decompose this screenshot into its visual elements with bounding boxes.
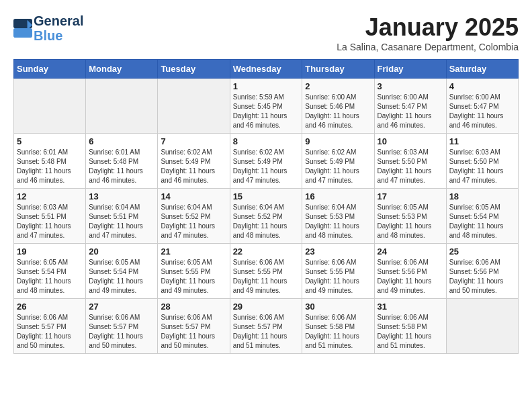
day-header-tuesday: Tuesday xyxy=(158,60,230,79)
calendar-cell xyxy=(14,79,86,134)
calendar-cell: 26Sunrise: 6:06 AMSunset: 5:57 PMDayligh… xyxy=(14,299,86,354)
day-info: Sunrise: 5:59 AMSunset: 5:45 PMDaylight:… xyxy=(233,93,300,130)
calendar-cell: 6Sunrise: 6:01 AMSunset: 5:48 PMDaylight… xyxy=(86,134,158,189)
calendar-cell: 28Sunrise: 6:06 AMSunset: 5:57 PMDayligh… xyxy=(158,299,230,354)
day-header-friday: Friday xyxy=(374,60,446,79)
day-number: 18 xyxy=(449,191,515,201)
logo-text-line1: General xyxy=(34,13,83,28)
day-number: 31 xyxy=(378,302,443,312)
calendar-cell: 29Sunrise: 6:06 AMSunset: 5:57 PMDayligh… xyxy=(230,299,302,354)
calendar-cell: 12Sunrise: 6:03 AMSunset: 5:51 PMDayligh… xyxy=(14,189,86,244)
day-number: 17 xyxy=(378,191,443,201)
day-number: 7 xyxy=(161,136,226,146)
day-number: 16 xyxy=(305,191,371,201)
day-number: 21 xyxy=(161,246,226,257)
calendar-cell: 16Sunrise: 6:04 AMSunset: 5:53 PMDayligh… xyxy=(302,189,374,244)
day-info: Sunrise: 6:04 AMSunset: 5:52 PMDaylight:… xyxy=(233,203,300,240)
calendar-cell xyxy=(158,79,230,134)
day-number: 24 xyxy=(378,246,443,257)
calendar-cell: 19Sunrise: 6:05 AMSunset: 5:54 PMDayligh… xyxy=(14,244,86,299)
day-info: Sunrise: 6:02 AMSunset: 5:49 PMDaylight:… xyxy=(305,148,371,185)
calendar-week-2: 5Sunrise: 6:01 AMSunset: 5:48 PMDaylight… xyxy=(14,134,519,189)
day-number: 20 xyxy=(89,246,154,257)
calendar-cell: 21Sunrise: 6:05 AMSunset: 5:55 PMDayligh… xyxy=(158,244,230,299)
svg-rect-1 xyxy=(13,28,32,38)
calendar-table: SundayMondayTuesdayWednesdayThursdayFrid… xyxy=(13,59,519,354)
page-header: General Blue January 2025 La Salina, Cas… xyxy=(13,13,519,52)
day-info: Sunrise: 6:06 AMSunset: 5:57 PMDaylight:… xyxy=(89,313,154,351)
day-info: Sunrise: 6:06 AMSunset: 5:55 PMDaylight:… xyxy=(233,258,300,295)
day-info: Sunrise: 6:05 AMSunset: 5:54 PMDaylight:… xyxy=(17,258,83,295)
calendar-cell: 20Sunrise: 6:05 AMSunset: 5:54 PMDayligh… xyxy=(86,244,158,299)
calendar-cell: 31Sunrise: 6:06 AMSunset: 5:58 PMDayligh… xyxy=(374,299,446,354)
day-number: 26 xyxy=(17,302,83,312)
day-number: 23 xyxy=(305,246,371,257)
day-number: 4 xyxy=(449,81,515,91)
calendar-cell: 1Sunrise: 5:59 AMSunset: 5:45 PMDaylight… xyxy=(230,79,302,134)
day-number: 12 xyxy=(17,191,83,201)
calendar-cell: 23Sunrise: 6:06 AMSunset: 5:55 PMDayligh… xyxy=(302,244,374,299)
day-info: Sunrise: 6:05 AMSunset: 5:54 PMDaylight:… xyxy=(89,258,154,295)
calendar-cell: 8Sunrise: 6:02 AMSunset: 5:49 PMDaylight… xyxy=(230,134,302,189)
calendar-cell xyxy=(446,299,518,354)
day-info: Sunrise: 6:02 AMSunset: 5:49 PMDaylight:… xyxy=(161,148,226,185)
calendar-cell: 10Sunrise: 6:03 AMSunset: 5:50 PMDayligh… xyxy=(374,134,446,189)
logo-icon xyxy=(13,19,32,38)
day-info: Sunrise: 6:04 AMSunset: 5:53 PMDaylight:… xyxy=(305,203,371,240)
calendar-cell: 30Sunrise: 6:06 AMSunset: 5:58 PMDayligh… xyxy=(302,299,374,354)
day-info: Sunrise: 6:04 AMSunset: 5:52 PMDaylight:… xyxy=(161,203,226,240)
day-info: Sunrise: 6:06 AMSunset: 5:58 PMDaylight:… xyxy=(378,313,443,351)
day-number: 28 xyxy=(161,302,226,312)
calendar-week-4: 19Sunrise: 6:05 AMSunset: 5:54 PMDayligh… xyxy=(14,244,519,299)
day-number: 19 xyxy=(17,246,83,257)
day-number: 8 xyxy=(233,136,300,146)
calendar-cell: 18Sunrise: 6:05 AMSunset: 5:54 PMDayligh… xyxy=(446,189,518,244)
day-header-wednesday: Wednesday xyxy=(230,60,302,79)
day-number: 5 xyxy=(17,136,83,146)
day-number: 27 xyxy=(89,302,154,312)
day-info: Sunrise: 6:06 AMSunset: 5:57 PMDaylight:… xyxy=(161,313,226,351)
calendar-cell: 4Sunrise: 6:00 AMSunset: 5:47 PMDaylight… xyxy=(446,79,518,134)
day-info: Sunrise: 6:00 AMSunset: 5:46 PMDaylight:… xyxy=(305,93,371,130)
day-number: 25 xyxy=(449,246,515,257)
day-number: 30 xyxy=(305,302,371,312)
calendar-cell: 14Sunrise: 6:04 AMSunset: 5:52 PMDayligh… xyxy=(158,189,230,244)
calendar-cell: 13Sunrise: 6:04 AMSunset: 5:51 PMDayligh… xyxy=(86,189,158,244)
day-header-thursday: Thursday xyxy=(302,60,374,79)
calendar-cell: 27Sunrise: 6:06 AMSunset: 5:57 PMDayligh… xyxy=(86,299,158,354)
calendar-header-row: SundayMondayTuesdayWednesdayThursdayFrid… xyxy=(14,60,519,79)
calendar-cell: 11Sunrise: 6:03 AMSunset: 5:50 PMDayligh… xyxy=(446,134,518,189)
calendar-cell: 2Sunrise: 6:00 AMSunset: 5:46 PMDaylight… xyxy=(302,79,374,134)
location-subtitle: La Salina, Casanare Department, Colombia xyxy=(337,42,519,52)
day-info: Sunrise: 6:01 AMSunset: 5:48 PMDaylight:… xyxy=(89,148,154,185)
day-number: 6 xyxy=(89,136,154,146)
day-info: Sunrise: 6:06 AMSunset: 5:56 PMDaylight:… xyxy=(378,258,443,295)
day-number: 15 xyxy=(233,191,300,201)
day-info: Sunrise: 6:01 AMSunset: 5:48 PMDaylight:… xyxy=(17,148,83,185)
calendar-week-1: 1Sunrise: 5:59 AMSunset: 5:45 PMDaylight… xyxy=(14,79,519,134)
day-number: 14 xyxy=(161,191,226,201)
day-header-monday: Monday xyxy=(86,60,158,79)
calendar-cell: 5Sunrise: 6:01 AMSunset: 5:48 PMDaylight… xyxy=(14,134,86,189)
day-info: Sunrise: 6:06 AMSunset: 5:57 PMDaylight:… xyxy=(17,313,83,351)
logo: General Blue xyxy=(13,13,83,43)
day-info: Sunrise: 6:05 AMSunset: 5:53 PMDaylight:… xyxy=(378,203,443,240)
calendar-cell: 15Sunrise: 6:04 AMSunset: 5:52 PMDayligh… xyxy=(230,189,302,244)
calendar-cell: 22Sunrise: 6:06 AMSunset: 5:55 PMDayligh… xyxy=(230,244,302,299)
logo-text-line2: Blue xyxy=(34,28,83,43)
day-header-sunday: Sunday xyxy=(14,60,86,79)
day-info: Sunrise: 6:02 AMSunset: 5:49 PMDaylight:… xyxy=(233,148,300,185)
day-number: 2 xyxy=(305,81,371,91)
month-title: January 2025 xyxy=(337,13,519,42)
title-block: January 2025 La Salina, Casanare Departm… xyxy=(337,13,519,52)
day-info: Sunrise: 6:05 AMSunset: 5:55 PMDaylight:… xyxy=(161,258,226,295)
day-info: Sunrise: 6:06 AMSunset: 5:57 PMDaylight:… xyxy=(233,313,300,351)
calendar-cell: 7Sunrise: 6:02 AMSunset: 5:49 PMDaylight… xyxy=(158,134,230,189)
day-number: 22 xyxy=(233,246,300,257)
day-info: Sunrise: 6:06 AMSunset: 5:55 PMDaylight:… xyxy=(305,258,371,295)
day-info: Sunrise: 6:05 AMSunset: 5:54 PMDaylight:… xyxy=(449,203,515,240)
day-info: Sunrise: 6:00 AMSunset: 5:47 PMDaylight:… xyxy=(378,93,443,130)
calendar-week-5: 26Sunrise: 6:06 AMSunset: 5:57 PMDayligh… xyxy=(14,299,519,354)
calendar-cell: 3Sunrise: 6:00 AMSunset: 5:47 PMDaylight… xyxy=(374,79,446,134)
day-number: 11 xyxy=(449,136,515,146)
